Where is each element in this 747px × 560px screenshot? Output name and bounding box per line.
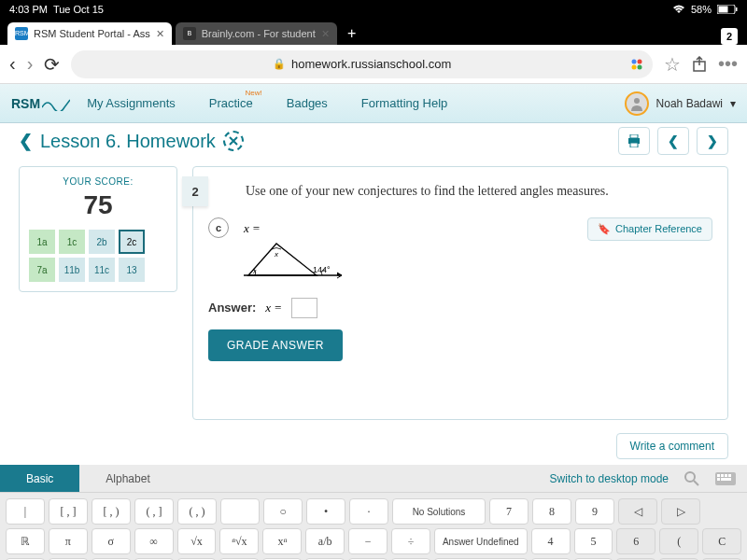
problem-13[interactable]: 13 [119,258,145,282]
svg-rect-24 [721,478,731,481]
print-button[interactable] [618,127,650,155]
svg-rect-21 [725,474,727,477]
key[interactable]: Answer Undefined [434,528,528,554]
bookmark-icon: 🔖 [598,223,611,235]
battery-icon [717,5,738,14]
close-icon[interactable]: ✕ [156,28,164,40]
keyboard-icon[interactable] [715,469,736,489]
tab-title: Brainly.com - For student [202,28,316,39]
key[interactable]: a/b [305,528,345,554]
key[interactable]: ◁ [618,498,657,525]
key[interactable]: 7 [489,498,529,525]
write-comment-button[interactable]: Write a comment [616,433,728,459]
problem-7a[interactable]: 7a [29,258,55,282]
prev-problem-button[interactable]: ❮ [657,127,689,155]
tab-count-badge[interactable]: 2 [721,28,738,45]
key[interactable]: 4 [531,528,571,554]
status-date: Tue Oct 15 [53,4,104,15]
key[interactable]: π [49,528,88,554]
key[interactable]: No Solutions [392,498,486,525]
problem-11c[interactable]: 11c [89,258,115,282]
keyboard-tab-alphabet[interactable]: Alphabet [79,465,176,492]
key[interactable]: 8 [532,498,571,525]
bookmark-button[interactable]: ☆ [664,53,681,76]
browser-tab-active[interactable]: RSM RSM Student Portal - Ass ✕ [7,22,172,45]
answer-input[interactable] [291,298,317,318]
svg-point-3 [631,59,636,63]
key[interactable]: [ , ) [92,498,131,525]
new-tab-button[interactable]: + [341,22,363,45]
key[interactable]: C [702,528,741,554]
lesson-title: Lesson 6. Homework [40,131,216,152]
key[interactable]: ∞ [134,528,174,554]
svg-rect-11 [630,143,638,147]
url-text: homework.russianschool.com [291,57,451,71]
key[interactable]: σ [92,528,131,554]
mic-icon[interactable] [630,58,643,71]
svg-rect-23 [717,478,720,481]
close-icon[interactable]: ✕ [321,28,330,40]
problem-2b[interactable]: 2b [89,230,115,254]
new-badge: New! [246,89,262,97]
problem-1a[interactable]: 1a [29,230,55,254]
key[interactable]: ○ [263,498,303,525]
svg-point-6 [637,64,641,69]
triangle-diagram: x x 144° [244,238,346,283]
more-button[interactable]: ••• [718,53,738,75]
nav-practice[interactable]: New! Practice [192,96,270,110]
share-button[interactable] [692,56,707,73]
key[interactable]: √x [177,528,217,554]
key[interactable]: | [6,498,45,525]
svg-text:x: x [274,250,279,259]
nav-formatting-help[interactable]: Formatting Help [345,96,464,110]
svg-rect-20 [721,474,724,477]
desktop-mode-link[interactable]: Switch to desktop mode [550,472,669,485]
score-label: YOUR SCORE: [29,176,167,187]
target-icon[interactable] [223,131,244,151]
address-bar[interactable]: 🔒 homework.russianschool.com [71,50,653,78]
key[interactable]: 6 [616,528,655,554]
key[interactable]: [ , ] [49,498,88,525]
chapter-reference-button[interactable]: 🔖 Chapter Reference [587,217,712,241]
problem-list: 1a1c2b2c7a11b11c13 [29,230,167,282]
key[interactable]: ( [659,528,698,554]
key[interactable]: 9 [575,498,614,525]
key[interactable]: ( , ] [134,498,174,525]
grade-answer-button[interactable]: GRADE ANSWER [208,329,343,361]
problem-11b[interactable]: 11b [59,258,85,282]
svg-rect-1 [719,7,728,13]
key[interactable]: ÷ [391,528,430,554]
key[interactable]: ( , ) [177,498,217,525]
tab-title: RSM Student Portal - Ass [34,28,150,39]
answer-label: Answer: [208,301,256,315]
key[interactable]: ℝ [6,528,45,554]
favicon-icon: B [183,27,196,40]
problem-2c[interactable]: 2c [119,230,145,254]
nav-my-assignments[interactable]: My Assignments [70,96,192,110]
next-problem-button[interactable]: ❯ [697,127,728,155]
key[interactable]: · [349,498,388,525]
key[interactable] [220,498,260,525]
key[interactable]: − [348,528,388,554]
svg-text:x: x [252,268,257,274]
reload-button[interactable]: ⟳ [44,53,60,76]
back-chevron-icon[interactable]: ❮ [19,131,33,151]
status-time: 4:03 PM [9,4,48,15]
svg-rect-2 [736,7,738,11]
svg-rect-10 [630,134,638,138]
user-menu[interactable]: Noah Badawi ▾ [625,91,736,116]
browser-tab-inactive[interactable]: B Brainly.com - For student ✕ [176,22,337,45]
browser-tab-bar: RSM RSM Student Portal - Ass ✕ B Brainly… [0,19,747,45]
key[interactable]: xⁿ [262,528,302,554]
key[interactable]: • [306,498,345,525]
key[interactable]: ⁿ√x [219,528,259,554]
problem-panel: 2 Use one of your new conjectures to fin… [192,166,728,420]
back-button[interactable]: ‹ [9,53,16,75]
key[interactable]: 5 [574,528,613,554]
logo[interactable]: RSM [11,96,70,111]
nav-badges[interactable]: Badges [270,96,345,110]
keyboard-tab-basic[interactable]: Basic [0,465,79,492]
problem-1c[interactable]: 1c [59,230,85,254]
key[interactable]: ▷ [661,498,700,525]
search-icon[interactable] [682,469,702,489]
